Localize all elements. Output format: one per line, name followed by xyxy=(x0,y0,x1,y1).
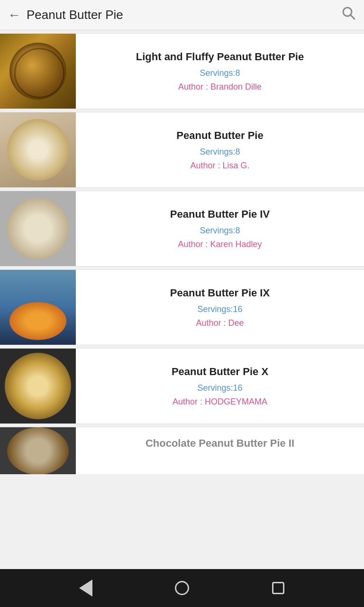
recipe-thumbnail xyxy=(0,427,76,474)
back-nav-button[interactable] xyxy=(74,576,98,600)
recipe-servings: Servings:8 xyxy=(200,68,240,78)
search-input[interactable] xyxy=(27,8,336,22)
recipe-thumbnail xyxy=(0,34,76,109)
recipe-thumbnail xyxy=(0,270,76,345)
recipe-title: Peanut Butter Pie IV xyxy=(170,208,270,221)
recipe-info: Peanut Butter Pie X Servings:16 Author :… xyxy=(76,349,364,423)
recipe-title: Chocolate Peanut Butter Pie II xyxy=(146,437,294,451)
recipe-info: Chocolate Peanut Butter Pie II xyxy=(76,427,364,474)
home-nav-button[interactable] xyxy=(170,576,194,600)
recipe-thumbnail xyxy=(0,112,76,187)
recipe-info: Peanut Butter Pie IV Servings:8 Author :… xyxy=(76,191,364,266)
list-item[interactable]: Peanut Butter Pie Servings:8 Author : Li… xyxy=(0,112,364,188)
recipe-servings: Servings:8 xyxy=(200,147,240,157)
back-button[interactable]: ← xyxy=(8,8,21,23)
recipe-author: Author : HODGEYMAMA xyxy=(173,397,267,407)
recipe-info: Peanut Butter Pie Servings:8 Author : Li… xyxy=(76,112,364,187)
svg-line-1 xyxy=(351,15,355,19)
recent-nav-button[interactable] xyxy=(266,576,290,600)
recipe-info: Light and Fluffy Peanut Butter Pie Servi… xyxy=(76,34,364,109)
search-bar: ← xyxy=(0,0,364,30)
recipe-title: Peanut Butter Pie X xyxy=(172,365,268,379)
search-icon[interactable] xyxy=(341,6,356,24)
recipe-servings: Servings:16 xyxy=(197,304,242,314)
list-item[interactable]: Light and Fluffy Peanut Butter Pie Servi… xyxy=(0,33,364,109)
list-item[interactable]: Peanut Butter Pie X Servings:16 Author :… xyxy=(0,348,364,424)
home-icon xyxy=(175,581,189,595)
recipe-info: Peanut Butter Pie IX Servings:16 Author … xyxy=(76,270,364,345)
list-item[interactable]: Peanut Butter Pie IX Servings:16 Author … xyxy=(0,269,364,345)
bottom-nav-bar xyxy=(0,569,364,607)
recipe-thumbnail xyxy=(0,191,76,266)
recipe-author: Author : Brandon Dille xyxy=(178,82,262,92)
recipe-title: Light and Fluffy Peanut Butter Pie xyxy=(136,50,304,64)
recipe-author: Author : Lisa G. xyxy=(190,161,249,171)
recipe-thumbnail xyxy=(0,349,76,423)
recipe-author: Author : Karen Hadley xyxy=(178,239,262,249)
recipe-title: Peanut Butter Pie xyxy=(176,129,263,143)
list-item[interactable]: Peanut Butter Pie IV Servings:8 Author :… xyxy=(0,191,364,267)
recipe-author: Author : Dee xyxy=(196,318,244,328)
recent-icon xyxy=(272,582,284,594)
list-item[interactable]: Chocolate Peanut Butter Pie II xyxy=(0,427,364,474)
recipe-title: Peanut Butter Pie IX xyxy=(170,286,270,300)
back-icon xyxy=(79,579,92,597)
recipe-servings: Servings:8 xyxy=(200,226,240,236)
recipe-servings: Servings:16 xyxy=(197,383,242,393)
recipe-list: Light and Fluffy Peanut Butter Pie Servi… xyxy=(0,30,364,569)
